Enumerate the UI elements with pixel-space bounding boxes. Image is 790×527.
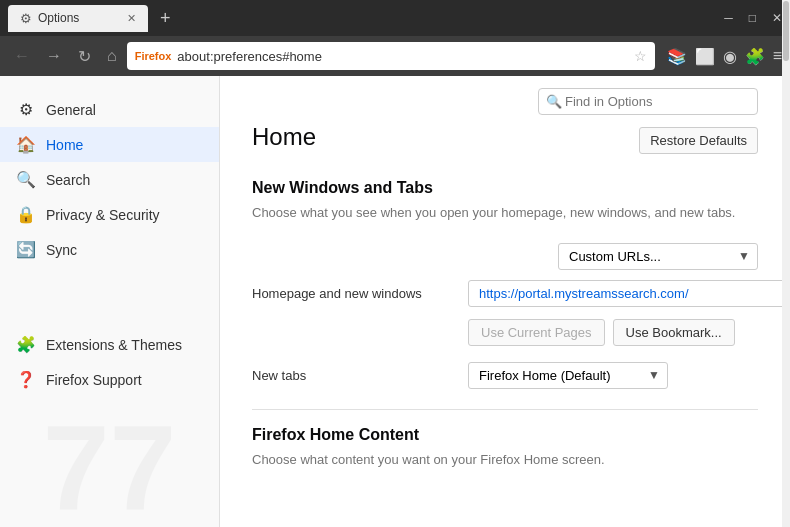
sidebar-item-general[interactable]: ⚙ General: [0, 92, 219, 127]
sidebar-item-privacy[interactable]: 🔒 Privacy & Security: [0, 197, 219, 232]
content-area: 🔍 Home Restore Defaults New Windows and …: [220, 76, 790, 527]
homepage-url-input[interactable]: [468, 280, 790, 307]
active-tab[interactable]: ⚙ Options ✕: [8, 5, 148, 32]
bookmark-star-icon[interactable]: ☆: [634, 48, 647, 64]
sidebar-item-search[interactable]: 🔍 Search: [0, 162, 219, 197]
back-button[interactable]: ←: [8, 43, 36, 69]
sidebar-label-search: Search: [46, 172, 90, 188]
maximize-button[interactable]: □: [749, 11, 756, 25]
extensions-icon[interactable]: 🧩: [745, 47, 765, 66]
firefox-badge: Firefox: [135, 50, 172, 62]
sidebar-item-support[interactable]: ❓ Firefox Support: [0, 362, 219, 397]
homepage-buttons: Use Current Pages Use Bookmark...: [468, 319, 758, 346]
search-icon: 🔍: [16, 170, 36, 189]
use-current-pages-button[interactable]: Use Current Pages: [468, 319, 605, 346]
nav-bar: ← → ↻ ⌂ Firefox about:preferences#home ☆…: [0, 36, 790, 76]
close-button[interactable]: ✕: [772, 11, 782, 25]
new-tab-button[interactable]: +: [152, 8, 179, 29]
homepage-type-wrapper: Custom URLs... ▼: [558, 243, 758, 270]
new-tabs-label: New tabs: [252, 368, 452, 383]
homepage-label: Homepage and new windows: [252, 286, 452, 301]
synced-tabs-icon[interactable]: ⬜: [695, 47, 715, 66]
section1-title: New Windows and Tabs: [252, 179, 758, 197]
find-bar: 🔍: [252, 76, 758, 123]
sidebar-label-sync: Sync: [46, 242, 77, 258]
extensions-themes-icon: 🧩: [16, 335, 36, 354]
sidebar-label-extensions: Extensions & Themes: [46, 337, 182, 353]
sidebar-label-home: Home: [46, 137, 83, 153]
tab-close-button[interactable]: ✕: [127, 12, 136, 25]
forward-button[interactable]: →: [40, 43, 68, 69]
scrollbar[interactable]: [782, 0, 790, 527]
sidebar-item-extensions[interactable]: 🧩 Extensions & Themes: [0, 327, 219, 362]
find-search-icon: 🔍: [546, 94, 562, 109]
new-tabs-row: New tabs Firefox Home (Default) ▼: [252, 362, 758, 389]
section2-title: Firefox Home Content: [252, 409, 758, 444]
support-icon: ❓: [16, 370, 36, 389]
tab-label: Options: [38, 11, 79, 25]
privacy-icon: 🔒: [16, 205, 36, 224]
main-layout: ⚙ General 🏠 Home 🔍 Search 🔒 Privacy & Se…: [0, 76, 790, 527]
new-tabs-wrapper: Firefox Home (Default) ▼: [468, 362, 668, 389]
homepage-type-select[interactable]: Custom URLs...: [558, 243, 758, 270]
account-icon[interactable]: ◉: [723, 47, 737, 66]
new-tabs-select[interactable]: Firefox Home (Default): [468, 362, 668, 389]
tab-icon: ⚙: [20, 11, 32, 26]
title-bar: ⚙ Options ✕ + ─ □ ✕: [0, 0, 790, 36]
library-icon[interactable]: 📚: [667, 47, 687, 66]
find-input-wrapper: 🔍: [538, 88, 758, 115]
menu-icon[interactable]: ≡: [773, 47, 782, 66]
sidebar-label-general: General: [46, 102, 96, 118]
find-in-options-input[interactable]: [538, 88, 758, 115]
sync-icon: 🔄: [16, 240, 36, 259]
home-icon: 🏠: [16, 135, 36, 154]
reload-button[interactable]: ↻: [72, 43, 97, 70]
homepage-url-row: Homepage and new windows: [252, 280, 758, 307]
sidebar: ⚙ General 🏠 Home 🔍 Search 🔒 Privacy & Se…: [0, 76, 220, 527]
address-bar[interactable]: Firefox about:preferences#home ☆: [127, 42, 655, 70]
page-title: Home: [252, 123, 316, 163]
sidebar-item-home[interactable]: 🏠 Home: [0, 127, 219, 162]
section2-desc: Choose what content you want on your Fir…: [252, 450, 758, 470]
address-text: about:preferences#home: [177, 49, 627, 64]
home-button[interactable]: ⌂: [101, 43, 123, 69]
window-controls: ─ □ ✕: [724, 11, 782, 25]
sidebar-item-sync[interactable]: 🔄 Sync: [0, 232, 219, 267]
minimize-button[interactable]: ─: [724, 11, 733, 25]
toolbar-icons: 📚 ⬜ ◉ 🧩 ≡: [667, 47, 782, 66]
use-bookmark-button[interactable]: Use Bookmark...: [613, 319, 735, 346]
scrollbar-thumb[interactable]: [783, 1, 789, 61]
restore-defaults-button[interactable]: Restore Defaults: [639, 127, 758, 154]
sidebar-label-support: Firefox Support: [46, 372, 142, 388]
sidebar-label-privacy: Privacy & Security: [46, 207, 160, 223]
section1-desc: Choose what you see when you open your h…: [252, 203, 758, 223]
general-icon: ⚙: [16, 100, 36, 119]
